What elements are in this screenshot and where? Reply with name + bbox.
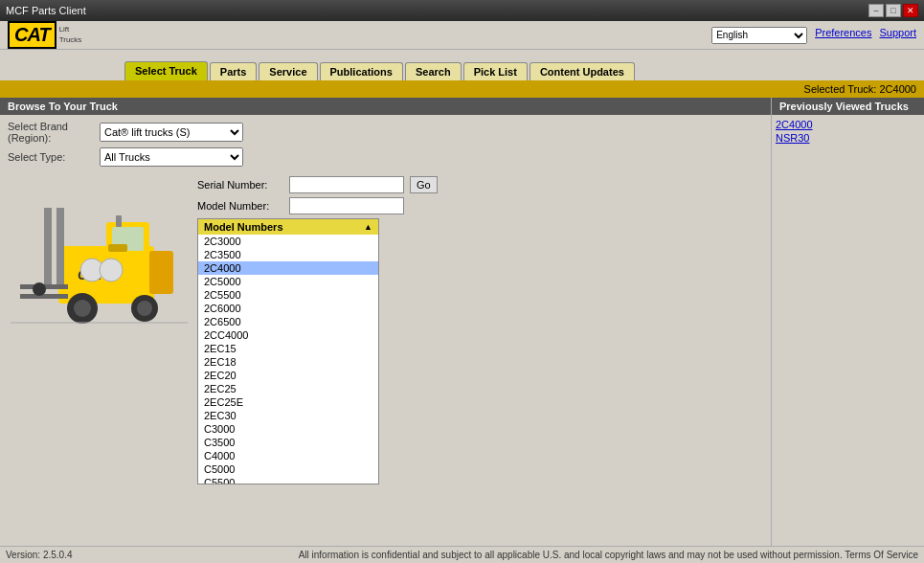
model-item[interactable]: C5500 [198, 476, 378, 484]
navtab-select-truck[interactable]: Select Truck [124, 61, 208, 80]
svg-rect-5 [56, 208, 64, 289]
navtab-service[interactable]: Service [259, 62, 317, 80]
go-button[interactable]: Go [410, 176, 438, 193]
logo-subtitle: LiftTrucks [59, 25, 82, 45]
copyright-label: All information is confidential and subj… [299, 550, 918, 560]
serial-input[interactable] [289, 176, 404, 193]
titlebar-title: MCF Parts Client [6, 5, 86, 16]
main-window: CAT LiftTrucks English Preferences Suppo… [0, 21, 924, 563]
type-select[interactable]: All Trucks [100, 147, 243, 167]
model-item[interactable]: C3000 [198, 422, 378, 436]
model-item[interactable]: 2EC25 [198, 382, 378, 395]
support-link[interactable]: Support [879, 27, 916, 44]
selected-truck-label: Selected Truck: 2C4000 [804, 83, 916, 95]
model-item[interactable]: 2EC18 [198, 355, 378, 369]
model-item[interactable]: 2C5500 [198, 288, 378, 302]
truck-image: CAT [8, 176, 190, 349]
middle-section: CAT Serial Number: [0, 172, 771, 546]
model-row: Model Number: [197, 197, 438, 214]
prev-trucks-list: 2C4000NSR30 [772, 115, 924, 147]
selected-truck-value: 2C4000 [879, 83, 916, 95]
model-list[interactable]: 2C30002C35002C40002C50002C55002C60002C65… [198, 235, 378, 484]
model-item[interactable]: C4000 [198, 449, 378, 462]
navtab-search[interactable]: Search [405, 62, 462, 80]
sort-icon: ▲ [364, 222, 372, 232]
forklift-svg: CAT [11, 179, 188, 347]
svg-rect-4 [44, 208, 52, 289]
model-item[interactable]: C5000 [198, 462, 378, 476]
svg-point-17 [100, 259, 123, 282]
browse-form: Select Brand (Region): Cat® lift trucks … [0, 115, 771, 172]
navtabs: Select TruckPartsServicePublicationsSear… [0, 50, 924, 80]
navtab-publications[interactable]: Publications [320, 62, 403, 80]
svg-rect-15 [116, 215, 122, 227]
statusbar: Version: 2.5.0.4 All information is conf… [0, 546, 924, 563]
language-select[interactable]: English [711, 27, 807, 44]
type-label: Select Type: [8, 151, 94, 163]
model-item[interactable]: 2C6500 [198, 315, 378, 328]
model-input[interactable] [289, 197, 404, 214]
model-item[interactable]: 2C3000 [198, 235, 378, 248]
prev-truck-item[interactable]: NSR30 [776, 132, 920, 144]
close-button[interactable]: ✕ [903, 4, 918, 17]
model-item[interactable]: 2CC4000 [198, 328, 378, 342]
svg-rect-13 [108, 244, 127, 252]
cat-logo: CAT [8, 21, 56, 49]
model-item[interactable]: 2C6000 [198, 302, 378, 315]
titlebar: MCF Parts Client – □ ✕ [0, 0, 924, 21]
model-item[interactable]: 2C4000 [198, 261, 378, 275]
svg-point-11 [137, 301, 152, 316]
brand-select[interactable]: Cat® lift trucks (S) [100, 123, 243, 142]
form-right: Serial Number: Go Model Number: Model Nu… [197, 176, 438, 542]
right-panel: Previously Viewed Trucks 2C4000NSR30 [771, 98, 924, 546]
svg-point-9 [74, 300, 91, 317]
main-panel: Browse To Your Truck Select Brand (Regio… [0, 98, 771, 546]
browse-header: Browse To Your Truck [0, 98, 771, 115]
svg-rect-3 [149, 251, 173, 294]
serial-label: Serial Number: [197, 179, 283, 191]
version-label: Version: 2.5.0.4 [6, 550, 73, 560]
prev-truck-item[interactable]: 2C4000 [776, 119, 920, 130]
brand-row: Select Brand (Region): Cat® lift trucks … [8, 121, 763, 144]
model-item[interactable]: 2EC25E [198, 395, 378, 409]
navtab-pick-list[interactable]: Pick List [463, 62, 528, 80]
svg-point-12 [33, 282, 46, 296]
model-label: Model Number: [197, 200, 283, 212]
type-row: Select Type: All Trucks [8, 147, 763, 167]
topbar: CAT LiftTrucks English Preferences Suppo… [0, 21, 924, 50]
content: Browse To Your Truck Select Brand (Regio… [0, 98, 924, 546]
model-item[interactable]: 2C5000 [198, 275, 378, 288]
model-list-header: Model Numbers ▲ [198, 219, 378, 235]
minimize-button[interactable]: – [868, 4, 884, 17]
navtab-parts[interactable]: Parts [210, 62, 258, 80]
model-item[interactable]: 2EC20 [198, 369, 378, 382]
titlebar-controls: – □ ✕ [868, 4, 918, 17]
topbar-right: English Preferences Support [711, 27, 916, 44]
brand-label: Select Brand (Region): [8, 121, 94, 144]
model-item[interactable]: 2C3500 [198, 248, 378, 261]
maximize-button[interactable]: □ [886, 4, 901, 17]
prev-trucks-header: Previously Viewed Trucks [772, 98, 924, 115]
selected-truck-bar: Selected Truck: 2C4000 [0, 80, 924, 98]
model-item[interactable]: 2EC15 [198, 342, 378, 355]
model-item[interactable]: 2EC30 [198, 409, 378, 422]
navtab-content-updates[interactable]: Content Updates [530, 62, 635, 80]
model-item[interactable]: C3500 [198, 436, 378, 449]
serial-row: Serial Number: Go [197, 176, 438, 193]
preferences-link[interactable]: Preferences [815, 27, 871, 44]
model-list-container: Model Numbers ▲ 2C30002C35002C40002C5000… [197, 218, 379, 484]
svg-rect-7 [20, 294, 68, 299]
